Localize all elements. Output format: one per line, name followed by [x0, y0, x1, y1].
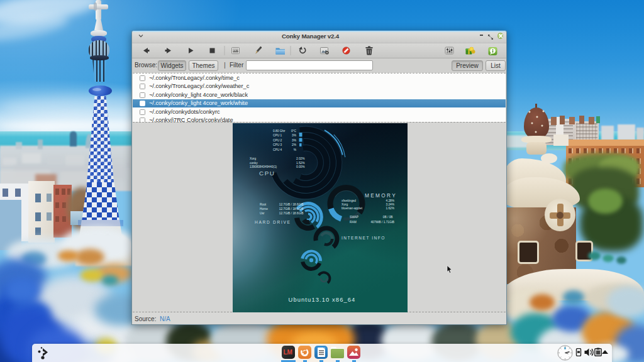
- svg-text:CPU 4: CPU 4: [273, 148, 282, 151]
- svg-text:3.24%: 3.24%: [386, 203, 394, 206]
- svg-text:12.7GiB / 18.6GiB: 12.7GiB / 18.6GiB: [279, 203, 304, 206]
- svg-text:0°C: 0°C: [291, 129, 297, 133]
- svg-text:12.7GiB / 18.6GiB: 12.7GiB / 18.6GiB: [279, 207, 304, 211]
- svg-text:HARD DRIVE: HARD DRIVE: [255, 220, 291, 224]
- svg-text:CPU 1: CPU 1: [273, 134, 282, 137]
- svg-text:3%: 3%: [292, 134, 297, 137]
- svg-text:Xorg: Xorg: [250, 157, 256, 160]
- svg-text:Ubuntu13.10 x86_64: Ubuntu13.10 x86_64: [289, 296, 356, 303]
- svg-text:Xorg: Xorg: [341, 203, 348, 206]
- svg-text:0.80 Ghz: 0.80 Ghz: [273, 129, 286, 133]
- svg-text:CPU 3: CPU 3: [273, 143, 282, 146]
- svg-text:2.02%: 2.02%: [296, 157, 305, 160]
- svg-text:Root: Root: [260, 203, 267, 206]
- svg-text:1.62%: 1.62%: [386, 207, 394, 210]
- svg-text:INTERNET INFO: INTERNET INFO: [341, 236, 386, 240]
- svg-text:CPU 2: CPU 2: [273, 139, 282, 142]
- svg-text:RAM: RAM: [350, 221, 357, 224]
- svg-text:2%: 2%: [292, 143, 297, 146]
- svg-text:1.52%: 1.52%: [296, 162, 305, 165]
- svg-text:4.28%: 4.28%: [386, 199, 394, 202]
- svg-text:0.00%: 0.00%: [296, 165, 305, 168]
- svg-text:xfsettingsd: xfsettingsd: [341, 199, 356, 202]
- svg-text:MEMORY: MEMORY: [365, 193, 397, 199]
- svg-text:13908384349440(1): 13908384349440(1): [250, 165, 277, 168]
- svg-text:%: %: [294, 148, 297, 151]
- svg-text:conky: conky: [250, 162, 258, 165]
- svg-text:blueman-applet: blueman-applet: [341, 207, 363, 210]
- svg-text:12.7GiB / 18.6GiB: 12.7GiB / 18.6GiB: [279, 212, 304, 215]
- svg-text:SWAP: SWAP: [350, 216, 358, 219]
- svg-text:CPU: CPU: [259, 170, 275, 177]
- svg-text:407MiB / 1.71GiB: 407MiB / 1.71GiB: [370, 221, 394, 224]
- svg-text:Home: Home: [260, 207, 268, 211]
- svg-text:0B / 0B: 0B / 0B: [383, 216, 393, 219]
- svg-text:Usr: Usr: [260, 212, 265, 215]
- svg-text:3%: 3%: [292, 139, 297, 142]
